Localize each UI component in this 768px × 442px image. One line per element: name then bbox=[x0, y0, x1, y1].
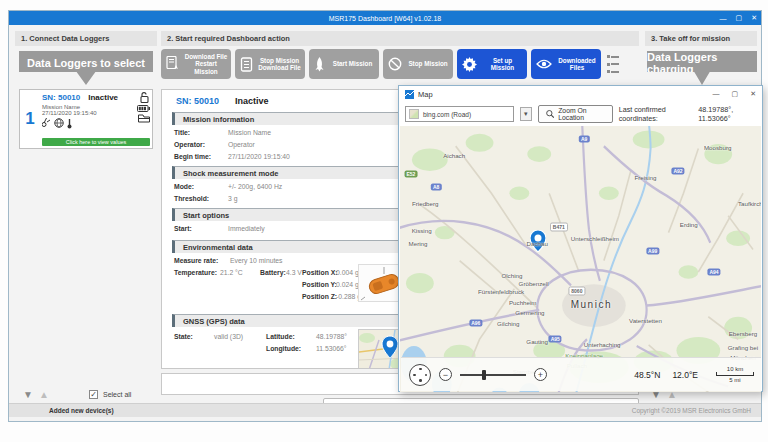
zoom-on-location-label: Zoom On Location bbox=[558, 107, 604, 121]
column1-header: 1. Connect Data Loggers bbox=[15, 31, 157, 46]
column3-header: 3. Take off for mission bbox=[645, 31, 757, 46]
button-label: Download File bbox=[258, 64, 301, 71]
start-mission-button[interactable]: Start Mission bbox=[309, 49, 379, 79]
map-window-title: Map bbox=[418, 90, 433, 99]
row-label: Position Z: bbox=[302, 293, 337, 300]
download-file-restart-mission-button[interactable]: Download FileRestart Mission bbox=[161, 49, 231, 79]
map-city-label: Kissing bbox=[412, 226, 432, 233]
view-list-icon[interactable] bbox=[607, 55, 619, 73]
desktop: MSR175 Dashboard [W64] v1.02.18 — ▢ ✕ 1.… bbox=[0, 0, 768, 442]
coords-label: Last confirmed coordinates: bbox=[619, 105, 693, 123]
details-serial-number: SN: 50010 bbox=[176, 96, 219, 106]
row-value: 21.2 °C bbox=[220, 269, 243, 276]
map-city-label: Dachau bbox=[527, 240, 548, 247]
stop-mission-download-file-button[interactable]: Stop MissionDownload File bbox=[235, 49, 305, 79]
coords-value: 48.19788°, 11.53066° bbox=[698, 105, 756, 123]
zoom-on-location-button[interactable]: Zoom On Location bbox=[538, 105, 613, 123]
eye-icon bbox=[536, 59, 552, 69]
row-value: Operator bbox=[228, 141, 255, 148]
map-titlebar[interactable]: Map — ▢ ✕ bbox=[399, 86, 762, 102]
row-value: +/- 200g, 6400 Hz bbox=[228, 183, 282, 190]
row-label: Title: bbox=[174, 129, 190, 136]
map-city-label: Olching bbox=[501, 271, 522, 278]
device-status: Inactive bbox=[88, 93, 118, 102]
document-rocket-icon bbox=[166, 56, 180, 72]
device-serial-number: SN: 50010 bbox=[42, 93, 80, 102]
status-message: Added new device(s) bbox=[49, 407, 114, 414]
scale-mi-label: 5 mi bbox=[729, 377, 740, 383]
scroll-up-icon[interactable]: ▲ bbox=[39, 389, 49, 400]
zoom-out-button[interactable]: − bbox=[439, 368, 452, 381]
app-titlebar[interactable]: MSR175 Dashboard [W64] v1.02.18 — ▢ ✕ bbox=[9, 11, 761, 25]
downloaded-files-button[interactable]: DownloadedFiles bbox=[531, 49, 601, 79]
select-all-checkbox[interactable]: ✓ bbox=[89, 390, 98, 399]
lock-open-icon bbox=[139, 92, 149, 103]
stop-mission-button[interactable]: Stop Mission bbox=[383, 49, 453, 79]
zoom-slider[interactable] bbox=[460, 374, 526, 376]
map-city-label: Grafing bei bbox=[728, 343, 758, 350]
map-provider-select[interactable]: bing.com (Road) bbox=[405, 106, 514, 122]
road-shield: B471 bbox=[550, 223, 568, 232]
map-city-label: Moosburg bbox=[704, 144, 732, 151]
row-value: 3 g bbox=[228, 195, 237, 202]
details-status: Inactive bbox=[235, 96, 269, 106]
map-controls-bar: − + 48.5°N 12.0°E 10 km 5 mi bbox=[401, 357, 761, 391]
map-city-label: Ebersberg bbox=[729, 330, 758, 337]
minimize-icon[interactable]: — bbox=[713, 90, 720, 98]
data-loggers-to-select-banner: Data Loggers to select bbox=[19, 51, 153, 85]
maximize-icon[interactable]: ▢ bbox=[732, 90, 739, 98]
button-label: Download File bbox=[185, 53, 228, 60]
row-value: 48.19788° bbox=[316, 333, 347, 340]
zoom-in-button[interactable]: + bbox=[534, 368, 547, 381]
zoom-slider-thumb[interactable] bbox=[482, 370, 486, 380]
row-label: Longitude: bbox=[266, 345, 301, 352]
map-city-label: Aichach bbox=[443, 152, 465, 159]
row-label: Start: bbox=[174, 225, 192, 232]
map-scale: 10 km 5 mi bbox=[716, 366, 754, 383]
no-entry-icon bbox=[388, 57, 402, 71]
map-latitude: 48.5°N bbox=[634, 370, 660, 380]
minimize-icon[interactable]: — bbox=[720, 15, 727, 22]
pan-control[interactable] bbox=[409, 364, 431, 386]
click-to-view-values-banner[interactable]: Click here to view values bbox=[42, 138, 150, 146]
magnifier-icon bbox=[546, 109, 554, 119]
data-loggers-charging-banner: Data Loggers charging bbox=[647, 51, 757, 85]
row-label: Measure rate: bbox=[174, 257, 218, 264]
device-card-50010[interactable]: 1 SN: 50010 Inactive Mission Name 27/11/… bbox=[19, 89, 153, 149]
road-shield: E52 bbox=[404, 170, 417, 177]
row-value: Every 10 minutes bbox=[230, 257, 283, 264]
app-title: MSR175 Dashboard [W64] v1.02.18 bbox=[329, 15, 441, 22]
map-city-label: Mering bbox=[409, 240, 428, 247]
close-icon[interactable]: ✕ bbox=[750, 90, 756, 98]
close-icon[interactable]: ✕ bbox=[751, 14, 757, 22]
button-label: Set up Mission bbox=[491, 57, 514, 72]
map-city-label: Munich bbox=[571, 299, 612, 310]
scroll-down-icon[interactable]: ▼ bbox=[23, 389, 33, 400]
row-value: 0.004 g bbox=[336, 269, 359, 276]
row-value: 11.53066° bbox=[316, 345, 347, 352]
map-provider-thumbnail bbox=[409, 109, 419, 119]
map-canvas[interactable]: AichachFriedbergKissingMeringDachauUnter… bbox=[400, 126, 761, 392]
map-city-label: Vaterstetten bbox=[629, 317, 662, 324]
set-up-mission-button[interactable]: Set up Mission bbox=[457, 49, 527, 79]
thermometer-icon bbox=[67, 118, 72, 129]
map-toolbar: bing.com (Road) ▾ Zoom On Location Last … bbox=[399, 102, 762, 126]
select-all-control[interactable]: ✓ Select all bbox=[89, 390, 131, 399]
provider-dropdown-button[interactable]: ▾ bbox=[520, 107, 532, 121]
road-shield: A99 bbox=[646, 248, 659, 255]
maximize-icon[interactable]: ▢ bbox=[736, 14, 743, 22]
map-city-label: Unterhaching bbox=[584, 341, 621, 348]
map-city-label: Germering bbox=[515, 309, 544, 316]
road-shield: 8060 bbox=[568, 286, 585, 295]
device-datetime: 27/11/2020 19:15:40 bbox=[42, 110, 150, 116]
row-label: Battery: bbox=[260, 269, 286, 276]
battery-icon bbox=[137, 105, 150, 112]
row-label: Mode: bbox=[174, 183, 194, 190]
road-shield: A92 bbox=[671, 168, 684, 175]
map-longitude: 12.0°E bbox=[672, 370, 698, 380]
map-city-label: Gröbenzell bbox=[519, 279, 549, 286]
chevron-down-icon: ▾ bbox=[524, 110, 528, 118]
row-label: Position X: bbox=[302, 269, 338, 276]
map-city-label: Taufkirchen bbox=[738, 200, 761, 207]
status-bar: Added new device(s) Copyright ©2019 MSR … bbox=[9, 403, 761, 417]
